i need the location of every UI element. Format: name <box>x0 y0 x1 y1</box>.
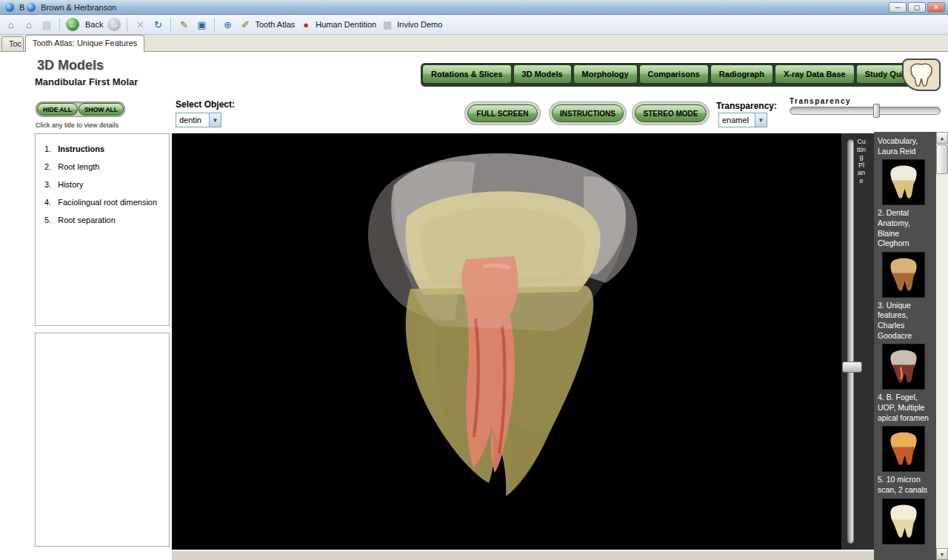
tooth-logo-button[interactable] <box>902 59 941 91</box>
topic-number: 5. <box>44 211 51 229</box>
globe-icon[interactable]: ⊕ <box>221 18 234 31</box>
human-dentition-label: Human Dentition <box>316 20 376 29</box>
sidebar-scrollbar[interactable]: ▲ ▼ <box>936 132 948 560</box>
minimize-button[interactable]: ─ <box>889 2 907 13</box>
transparency-slider-track[interactable] <box>790 107 941 115</box>
app-icon <box>5 3 14 12</box>
tooth-thumbnail[interactable] <box>882 252 925 298</box>
invivo-demo-link[interactable]: ▦ Invivo Demo <box>381 18 442 31</box>
scrollbar-thumb[interactable] <box>936 144 948 174</box>
scroll-down-icon[interactable]: ▼ <box>936 548 948 560</box>
tab-bar: Toc Tooth Atlas: Unique Features <box>0 35 948 52</box>
cutting-plane-label: Cutting Plane <box>857 138 866 184</box>
brush-icon[interactable]: ✎ <box>177 18 190 31</box>
nav-radiograph-button[interactable]: Radiograph <box>710 64 773 84</box>
topic-label: Root length <box>58 158 99 176</box>
tooth-thumbnail[interactable] <box>882 499 925 544</box>
topic-label: Instructions <box>58 140 104 158</box>
window-title: Brown & Herbranson <box>41 3 116 12</box>
nav-morphology-button[interactable]: Morphology <box>573 64 638 84</box>
page-title: 3D Models <box>37 58 104 73</box>
application-window: B Brown & Herbranson ─ ▢ ✕ ⌂ ⌂ ▤ ← Back … <box>0 0 948 560</box>
topic-number: 4. <box>44 193 51 211</box>
section-navbar: Rotations & Slices 3D Models Morphology … <box>421 63 918 87</box>
toolbar-separator <box>127 18 127 31</box>
toolbar-separator <box>214 18 215 31</box>
cutting-plane-slider-handle[interactable] <box>842 361 862 373</box>
title-bar: B Brown & Herbranson ─ ▢ ✕ <box>0 0 948 15</box>
transparency-slider-label: Transparency <box>790 97 851 105</box>
hide-show-group: HIDE ALL SHOW ALL <box>36 101 125 117</box>
thumbnail-caption: 2. Dental Anatomy, Blaine Cleghorn <box>878 208 932 249</box>
page-icon: ▤ <box>40 18 53 31</box>
chevron-down-icon: ▼ <box>755 113 767 127</box>
back-button[interactable]: Back <box>85 20 103 29</box>
topic-item-root-length[interactable]: 2. Root length <box>44 158 169 176</box>
details-panel <box>35 333 170 547</box>
cutting-plane-slider-track[interactable] <box>847 139 854 544</box>
scroll-up-icon[interactable]: ▲ <box>936 132 948 144</box>
nav-rotations-slices-button[interactable]: Rotations & Slices <box>422 64 512 84</box>
tooth-thumbnail[interactable] <box>882 344 925 390</box>
topic-item-faciolingual-root-dimension[interactable]: 4. Faciolingual root dimension <box>44 193 169 211</box>
topic-label: Root separation <box>58 211 116 229</box>
maximize-button[interactable]: ▢ <box>908 2 926 13</box>
tab-tooth-atlas-unique-features[interactable]: Tooth Atlas: Unique Features <box>25 35 144 52</box>
tooth-thumbnail-image <box>887 501 921 542</box>
back-icon[interactable]: ← <box>66 18 79 31</box>
transparency-dropdown[interactable]: enamel ▼ <box>718 113 767 127</box>
stop-icon[interactable]: ✕ <box>133 18 147 31</box>
close-button[interactable]: ✕ <box>927 2 945 13</box>
hint-text: Click any title to view details <box>36 121 118 129</box>
pencil-icon: ✐ <box>238 18 252 31</box>
transparency-value: enamel <box>719 116 755 124</box>
orb-icon: ● <box>299 18 313 31</box>
tooth-thumbnail-image <box>887 346 921 387</box>
refresh-icon[interactable]: ↻ <box>151 18 164 31</box>
topic-number: 1. <box>44 140 51 158</box>
tooth-thumbnail[interactable] <box>882 159 925 205</box>
nav-comparisons-button[interactable]: Comparisons <box>639 64 709 84</box>
home-icon[interactable]: ⌂ <box>4 18 18 31</box>
chevron-down-icon: ▼ <box>209 113 221 127</box>
topic-label: History <box>58 176 83 193</box>
save-icon[interactable]: ▣ <box>195 18 208 31</box>
toolbar-separator <box>59 18 60 31</box>
topic-label: Faciolingual root dimension <box>58 193 157 211</box>
transparency-slider-handle[interactable] <box>873 104 880 118</box>
invivo-demo-label: Invivo Demo <box>397 20 442 29</box>
show-all-button[interactable]: SHOW ALL <box>79 103 124 116</box>
cutting-plane-strip: Cutting Plane <box>841 133 874 550</box>
full-screen-button[interactable]: FULL SCREEN <box>467 104 538 122</box>
instructions-button[interactable]: INSTRUCTIONS <box>552 104 624 122</box>
tab-toc[interactable]: Toc <box>1 36 24 52</box>
forward-icon[interactable]: → <box>107 18 121 31</box>
tooth-thumbnail[interactable] <box>882 426 925 472</box>
model-viewport[interactable] <box>172 133 841 550</box>
nav-xray-database-button[interactable]: X-ray Data Base <box>775 64 855 84</box>
thumbnail-caption: 4. B. Fogel, UOP, Multiple apical forame… <box>878 393 932 423</box>
thumbnail-caption: 5. 10 micron scan, 2 canals <box>878 475 932 495</box>
tooth-thumbnail-image <box>887 161 921 203</box>
app-icon <box>27 3 36 12</box>
topics-panel: 1. Instructions 2. Root length 3. Histor… <box>35 133 170 326</box>
human-dentition-link[interactable]: ● Human Dentition <box>299 18 376 31</box>
tooth-thumbnail-image <box>887 254 921 296</box>
toolbar-separator <box>170 18 171 31</box>
home-icon[interactable]: ⌂ <box>22 18 36 31</box>
topic-number: 3. <box>44 176 51 193</box>
topic-item-root-separation[interactable]: 5. Root separation <box>44 211 169 229</box>
select-object-value: dentin <box>176 116 209 124</box>
hide-all-button[interactable]: HIDE ALL <box>37 103 78 116</box>
tooth-atlas-label: Tooth Atlas <box>255 20 295 29</box>
topic-item-history[interactable]: 3. History <box>44 176 169 193</box>
page-subtitle: Mandibular First Molar <box>35 76 138 87</box>
topic-item-instructions[interactable]: 1. Instructions <box>44 140 169 158</box>
tooth-atlas-link[interactable]: ✐ Tooth Atlas <box>238 18 295 31</box>
title-prefix: B <box>19 3 24 12</box>
stereo-mode-button[interactable]: STEREO MODE <box>635 104 707 122</box>
select-object-dropdown[interactable]: dentin ▼ <box>176 113 221 127</box>
nav-3d-models-button[interactable]: 3D Models <box>513 64 572 84</box>
topic-number: 2. <box>44 158 51 176</box>
transparency-label: Transparency: <box>716 101 777 111</box>
